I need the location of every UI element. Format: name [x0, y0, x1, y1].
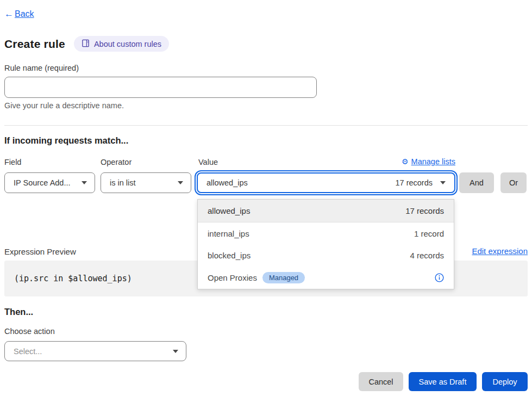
back-link-label: Back [15, 9, 34, 19]
manage-lists-label: Manage lists [411, 157, 455, 166]
list-option-blocked-ips[interactable]: blocked_ips 4 records [198, 245, 454, 267]
list-option-name: internal_ips [208, 229, 249, 238]
field-selected-value: IP Source Add... [14, 178, 71, 187]
then-section-heading: Then... [4, 307, 33, 317]
page-title: Create rule [4, 38, 65, 51]
book-icon [82, 39, 90, 49]
choose-action-label: Choose action [4, 327, 55, 336]
expression-code: (ip.src in $allowed_ips) [14, 274, 132, 283]
chevron-down-icon [440, 181, 446, 184]
list-option-allowed-ips[interactable]: allowed_ips 17 records [198, 200, 454, 222]
list-option-meta: 17 records [405, 206, 444, 215]
value-select[interactable]: allowed_ips 17 records [197, 172, 455, 193]
edit-expression-link[interactable]: Edit expression [472, 246, 528, 256]
match-section-heading: If incoming requests match... [4, 135, 128, 146]
chevron-down-icon [82, 181, 87, 184]
field-label: Field [4, 158, 21, 166]
create-rule-page: ←Back Create rule About custom rules Rul… [0, 0, 532, 402]
deploy-button[interactable]: Deploy [482, 372, 528, 391]
action-select-placeholder: Select... [14, 347, 42, 356]
operator-select[interactable]: is in list [101, 172, 191, 193]
chevron-down-icon [178, 181, 183, 184]
value-label: Value [198, 158, 218, 166]
list-option-meta: 1 record [414, 229, 444, 238]
cancel-button[interactable]: Cancel [359, 372, 403, 391]
rule-name-helper-text: Give your rule a descriptive name. [4, 101, 124, 110]
rule-name-input[interactable] [4, 77, 317, 98]
save-as-draft-button[interactable]: Save as Draft [409, 372, 477, 391]
list-option-name: Open Proxies [208, 273, 257, 282]
or-button[interactable]: Or [500, 172, 527, 193]
operator-label: Operator [101, 158, 132, 166]
list-option-open-proxies[interactable]: Open Proxies Managed [198, 267, 454, 289]
list-dropdown-panel: allowed_ips 17 records internal_ips 1 re… [197, 199, 454, 289]
manage-lists-link[interactable]: ⚙ Manage lists [402, 157, 455, 166]
back-link[interactable]: ←Back [4, 9, 34, 20]
value-selected-name: allowed_ips [206, 178, 248, 187]
gear-icon: ⚙ [402, 157, 409, 166]
title-row: Create rule About custom rules [4, 36, 169, 52]
field-select[interactable]: IP Source Add... [4, 172, 95, 193]
action-select[interactable]: Select... [4, 341, 186, 361]
back-arrow-icon: ← [4, 9, 14, 20]
list-option-internal-ips[interactable]: internal_ips 1 record [198, 222, 454, 245]
expression-preview-label: Expression Preview [4, 247, 76, 256]
rule-name-label: Rule name (required) [4, 64, 79, 72]
about-custom-rules-link[interactable]: About custom rules [74, 36, 169, 52]
list-option-meta: 4 records [410, 251, 444, 260]
and-button[interactable]: And [459, 172, 494, 193]
section-divider [4, 125, 528, 126]
chevron-down-icon [173, 350, 178, 353]
info-icon[interactable] [435, 273, 444, 282]
value-selected-meta: 17 records [395, 178, 433, 187]
about-custom-rules-label: About custom rules [94, 40, 161, 48]
operator-selected-value: is in list [110, 178, 136, 187]
list-option-name: allowed_ips [208, 206, 250, 215]
managed-badge: Managed [262, 272, 305, 283]
list-option-name: blocked_ips [208, 251, 251, 260]
